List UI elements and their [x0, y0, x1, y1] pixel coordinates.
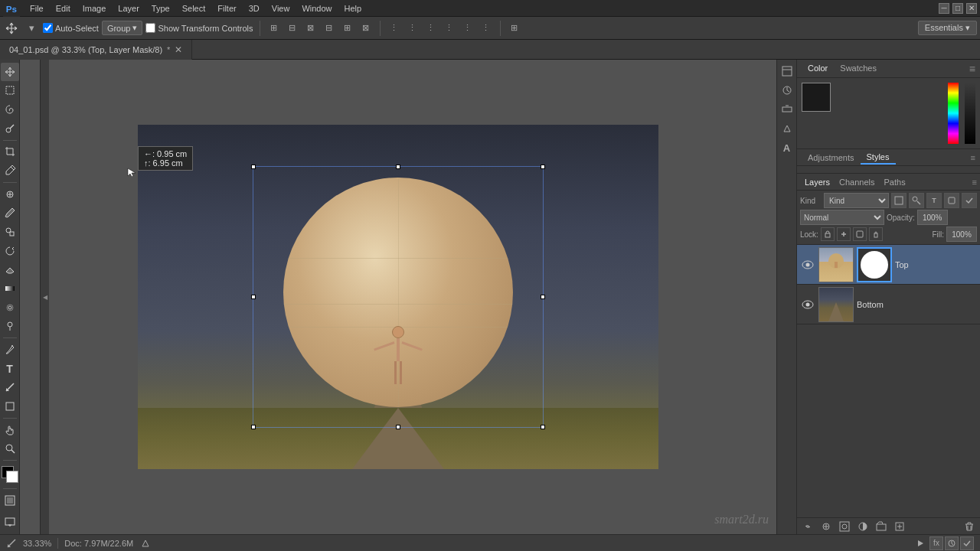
layer-filter-smart[interactable]	[962, 193, 977, 208]
quick-select-tool-btn[interactable]	[1, 119, 19, 138]
menu-file[interactable]: File	[24, 2, 49, 15]
canvas-image[interactable]	[138, 125, 658, 469]
styles-tab[interactable]: Styles	[861, 151, 896, 165]
kind-select[interactable]: Kind	[824, 193, 889, 208]
document-tab[interactable]: 04_01.psd @ 33.3% (Top, Layer Mask/8) * …	[0, 40, 192, 60]
menu-help[interactable]: Help	[339, 2, 368, 15]
background-color[interactable]	[6, 471, 18, 483]
distribute-right-btn[interactable]: ⋮	[423, 21, 439, 36]
add-link-btn[interactable]	[800, 520, 815, 533]
hue-slider[interactable]	[948, 83, 959, 144]
distribute-bottom-btn[interactable]: ⋮	[479, 21, 494, 36]
layer-visibility-top[interactable]	[800, 257, 815, 272]
swatches-tab[interactable]: Swatches	[834, 62, 883, 76]
zoom-tool-btn[interactable]	[1, 439, 19, 458]
workspace-dropdown[interactable]: Essentials ▾	[918, 21, 977, 35]
eraser-tool-btn[interactable]	[1, 261, 19, 279]
adj-panel-options[interactable]: ≡	[971, 153, 975, 162]
align-left-btn[interactable]: ⊞	[266, 21, 282, 36]
alpha-slider[interactable]	[965, 83, 975, 144]
lock-pixels-btn[interactable]	[821, 227, 835, 241]
heal-tool-btn[interactable]	[1, 185, 19, 204]
menu-filter[interactable]: Filter	[212, 2, 241, 15]
menu-window[interactable]: Window	[296, 2, 337, 15]
group-dropdown[interactable]: Group ▾	[102, 21, 143, 35]
lock-position-btn[interactable]	[837, 227, 851, 241]
lasso-tool-btn[interactable]	[1, 100, 19, 119]
lock-all-btn[interactable]	[869, 227, 883, 241]
layers-panel-options[interactable]: ≡	[972, 178, 977, 187]
blend-mode-select[interactable]: Normal	[800, 210, 884, 225]
menu-image[interactable]: Image	[77, 2, 112, 15]
add-adjustment-btn[interactable]	[855, 520, 871, 533]
minimize-button[interactable]: ─	[939, 3, 949, 14]
doc-info-btn[interactable]	[139, 537, 152, 549]
status-btn-2[interactable]	[945, 536, 959, 550]
maximize-button[interactable]: □	[952, 3, 963, 14]
current-color-swatch[interactable]	[802, 83, 831, 112]
auto-select-checkbox[interactable]	[43, 23, 53, 33]
panel-toggle-4[interactable]	[779, 120, 795, 137]
add-layer-btn[interactable]	[892, 520, 907, 533]
distribute-left-btn[interactable]: ⋮	[387, 21, 402, 36]
menu-edit[interactable]: Edit	[51, 2, 76, 15]
color-panel-options[interactable]: ≡	[969, 63, 975, 75]
distribute-top-btn[interactable]: ⋮	[442, 21, 457, 36]
show-transform-checkbox[interactable]	[145, 23, 155, 33]
menu-type[interactable]: Type	[146, 2, 175, 15]
add-style-btn[interactable]	[818, 520, 834, 533]
channels-tab[interactable]: Channels	[835, 176, 879, 188]
move-tool-btn[interactable]	[1, 63, 19, 81]
status-btn-1[interactable]: fx	[929, 536, 943, 550]
blur-tool-btn[interactable]	[1, 298, 19, 317]
layer-item-top[interactable]: Top	[797, 245, 980, 285]
distribute-center-h-btn[interactable]: ⋮	[405, 21, 420, 36]
align-center-h-btn[interactable]: ⊟	[285, 21, 300, 36]
eyedropper-tool-btn[interactable]	[1, 161, 19, 180]
brush-tool-btn[interactable]	[1, 204, 19, 223]
status-btn-3[interactable]	[960, 536, 974, 550]
panel-toggle-2[interactable]	[779, 82, 795, 99]
text-tool-btn[interactable]: T	[1, 360, 19, 378]
add-mask-btn[interactable]	[837, 520, 852, 533]
align-center-v-btn[interactable]: ⊞	[340, 21, 355, 36]
clone-tool-btn[interactable]	[1, 223, 19, 241]
show-transform-label[interactable]: Show Transform Controls	[145, 23, 253, 33]
hand-tool-btn[interactable]	[1, 421, 19, 439]
arrange-btn[interactable]: ⊞	[507, 21, 522, 36]
layers-tab[interactable]: Layers	[800, 176, 835, 188]
panel-toggle-3[interactable]	[779, 101, 795, 118]
close-button[interactable]: ✕	[966, 3, 977, 14]
left-collapse-btn[interactable]: ◀	[40, 60, 49, 534]
path-select-tool-btn[interactable]	[1, 378, 19, 396]
menu-select[interactable]: Select	[177, 2, 211, 15]
layer-filter-adjust[interactable]	[909, 193, 924, 208]
distribute-center-v-btn[interactable]: ⋮	[460, 21, 475, 36]
delete-layer-btn[interactable]	[962, 520, 977, 533]
select-tool-btn[interactable]	[1, 82, 19, 100]
menu-layer[interactable]: Layer	[113, 2, 145, 15]
lock-artboard-btn[interactable]	[853, 227, 867, 241]
history-brush-btn[interactable]	[1, 242, 19, 260]
auto-select-label[interactable]: Auto-Select	[43, 23, 99, 33]
paths-tab[interactable]: Paths	[880, 176, 910, 188]
screen-mode-btn[interactable]	[1, 513, 19, 531]
gradient-tool-btn[interactable]	[1, 279, 19, 298]
align-top-btn[interactable]: ⊟	[322, 21, 337, 36]
fill-input[interactable]	[946, 227, 977, 242]
quick-mask-btn[interactable]	[1, 491, 19, 510]
menu-3d[interactable]: 3D	[243, 2, 265, 15]
layer-filter-pixel[interactable]	[891, 193, 906, 208]
crop-tool-btn[interactable]	[1, 143, 19, 161]
pen-tool-btn[interactable]	[1, 341, 19, 359]
layer-item-bottom[interactable]: Bottom	[797, 285, 980, 324]
align-right-btn[interactable]: ⊠	[303, 21, 318, 36]
add-group-btn[interactable]	[874, 520, 889, 533]
panel-toggle-1[interactable]	[779, 63, 795, 80]
text-panel-btn[interactable]: A	[779, 139, 795, 156]
adjustments-tab[interactable]: Adjustments	[802, 152, 861, 164]
dodge-tool-btn[interactable]	[1, 318, 19, 336]
layer-visibility-bottom[interactable]	[800, 297, 815, 312]
layer-filter-shape[interactable]	[944, 193, 959, 208]
menu-view[interactable]: View	[266, 2, 296, 15]
